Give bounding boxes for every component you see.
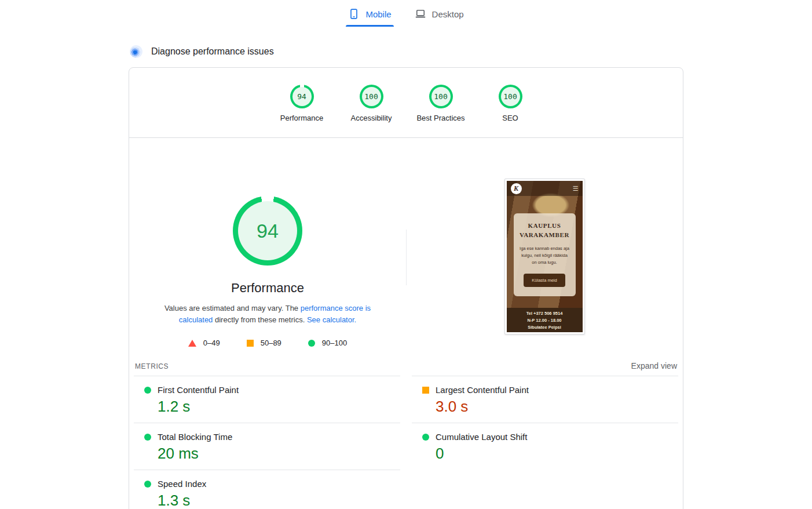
gauge-column: 94 Performance Values are estimated and … — [129, 138, 406, 353]
device-tabs: Mobile Desktop — [129, 0, 683, 27]
score-item-best-practices[interactable]: 100 Best Practices — [406, 85, 476, 122]
red-triangle-icon — [188, 340, 196, 347]
metric-name: Cumulative Layout Shift — [436, 432, 527, 442]
legend-item-pass: 90–100 — [308, 339, 347, 347]
metric-name: Speed Index — [158, 479, 206, 489]
legend-item-fail: 0–49 — [188, 339, 220, 347]
metric-value: 20 ms — [158, 445, 400, 463]
score-item-accessibility[interactable]: 100 Accessibility — [336, 85, 406, 122]
pass-dot-icon — [422, 434, 429, 441]
metric-name: First Contentful Paint — [158, 385, 239, 395]
expand-view-link[interactable]: Expand view — [631, 361, 677, 370]
vertical-divider — [406, 230, 407, 285]
performance-gauge: 94 — [233, 196, 302, 266]
site-footer-hours: N-P 12.00 - 18.00 — [507, 317, 583, 324]
metric-name: Total Blocking Time — [158, 432, 232, 442]
metrics-header: METRICS Expand view — [129, 353, 683, 376]
description-text: directly from these metrics. — [213, 315, 307, 324]
metric-value: 3.0 s — [436, 398, 678, 416]
metric-total-blocking-time: Total Blocking Time 20 ms — [134, 423, 400, 470]
site-tagline: Iga ese kannab endas aja kulgu, neil kõi… — [517, 245, 572, 266]
score-item-performance[interactable]: 94 Performance — [267, 85, 336, 122]
score-value: 100 — [499, 85, 522, 108]
score-ring-performance: 94 — [290, 85, 314, 108]
site-preview: K ☰ KAUPLUSVARAKAMBER Iga ese kannab end… — [507, 181, 583, 332]
score-item-seo[interactable]: 100 SEO — [476, 85, 545, 122]
legend-range: 90–100 — [322, 339, 347, 347]
metric-value: 0 — [436, 445, 678, 463]
screenshot-column: K ☰ KAUPLUSVARAKAMBER Iga ese kannab end… — [406, 138, 683, 353]
lighthouse-report-card: 94 Performance 100 Accessibility 100 Bes… — [129, 67, 683, 509]
score-label: Performance — [280, 114, 323, 122]
score-ring-accessibility: 100 — [360, 85, 383, 108]
hamburger-menu-icon: ☰ — [573, 186, 579, 192]
performance-gauge-value: 94 — [233, 196, 302, 266]
diagnose-section-header: Diagnose performance issues — [129, 45, 683, 58]
green-circle-icon — [308, 340, 315, 347]
score-range-legend: 0–49 50–89 90–100 — [188, 339, 347, 347]
tab-mobile[interactable]: Mobile — [346, 5, 393, 27]
performance-gauge-title: Performance — [231, 281, 304, 296]
performance-overview: 94 Performance Values are estimated and … — [129, 138, 683, 353]
metrics-section-label: METRICS — [135, 362, 169, 370]
metric-value: 1.2 s — [158, 398, 400, 416]
site-footer-phone: Tel +372 506 9514 — [507, 310, 583, 317]
metrics-grid: First Contentful Paint 1.2 s Total Block… — [134, 376, 678, 509]
pass-dot-icon — [144, 387, 151, 394]
orange-square-icon — [247, 340, 254, 347]
see-calculator-link[interactable]: See calculator. — [307, 315, 356, 324]
site-header: K ☰ — [507, 181, 583, 196]
mobile-phone-icon — [348, 8, 360, 20]
metric-value: 1.3 s — [158, 492, 400, 509]
description-text: Values are estimated and may vary. The — [164, 304, 301, 312]
score-value: 100 — [429, 85, 453, 108]
score-ring-seo: 100 — [499, 85, 522, 108]
pass-dot-icon — [144, 434, 151, 441]
site-logo: K — [511, 183, 522, 194]
site-footer: Tel +372 506 9514 N-P 12.00 - 18.00 Sibu… — [507, 308, 583, 332]
tab-desktop-label: Desktop — [432, 9, 464, 19]
tab-desktop[interactable]: Desktop — [412, 5, 466, 27]
site-title: KAUPLUSVARAKAMBER — [517, 221, 572, 240]
category-scores-row: 94 Performance 100 Accessibility 100 Bes… — [129, 68, 683, 137]
metric-cumulative-layout-shift: Cumulative Layout Shift 0 — [412, 423, 678, 470]
score-description: Values are estimated and may vary. The p… — [149, 303, 386, 326]
legend-range: 0–49 — [203, 339, 220, 347]
score-label: SEO — [502, 114, 518, 122]
site-visit-button: Külasta meid — [524, 274, 565, 287]
score-label: Best Practices — [416, 114, 464, 122]
metric-name: Largest Contentful Paint — [436, 385, 529, 395]
legend-range: 50–89 — [261, 339, 281, 347]
pagespeed-report: Mobile Desktop Diagnose performance issu… — [129, 0, 683, 509]
score-ring-best-practices: 100 — [429, 85, 453, 108]
metrics-left-column: First Contentful Paint 1.2 s Total Block… — [134, 376, 400, 509]
score-label: Accessibility — [351, 114, 392, 122]
radar-pulse-icon — [130, 45, 142, 58]
score-value: 94 — [290, 85, 314, 108]
section-title: Diagnose performance issues — [151, 46, 274, 57]
metric-speed-index: Speed Index 1.3 s — [134, 470, 400, 509]
metrics-right-column: Largest Contentful Paint 3.0 s Cumulativ… — [412, 376, 678, 509]
pass-dot-icon — [144, 481, 151, 488]
metric-largest-contentful-paint: Largest Contentful Paint 3.0 s — [412, 376, 678, 423]
page-screenshot-thumbnail[interactable]: K ☰ KAUPLUSVARAKAMBER Iga ese kannab end… — [504, 179, 585, 335]
average-square-icon — [422, 387, 429, 394]
legend-item-average: 50–89 — [247, 339, 281, 347]
site-hero-card: KAUPLUSVARAKAMBER Iga ese kannab endas a… — [514, 213, 576, 296]
site-footer-address: Sibulatee Peipsi — [507, 324, 583, 331]
desktop-laptop-icon — [415, 8, 426, 20]
tab-mobile-label: Mobile — [365, 9, 391, 19]
score-value: 100 — [360, 85, 383, 108]
metric-first-contentful-paint: First Contentful Paint 1.2 s — [134, 376, 400, 423]
